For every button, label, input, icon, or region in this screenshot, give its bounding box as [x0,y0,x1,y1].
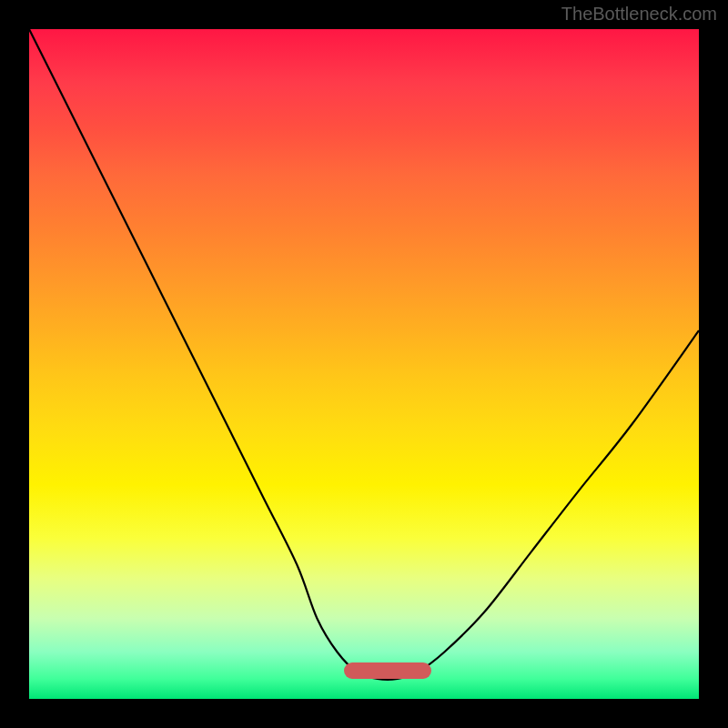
bottleneck-curve-line [29,29,699,680]
curve-svg [29,29,699,699]
watermark-text: TheBottleneck.com [561,4,717,25]
plot-area [29,29,699,699]
valley-highlight [344,662,431,679]
